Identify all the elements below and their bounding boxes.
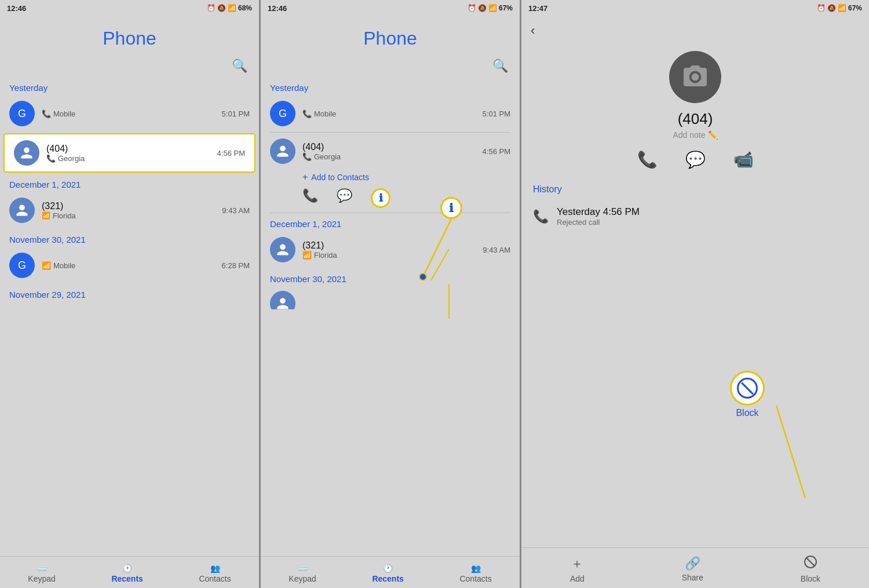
signal-icon-2: 📶 [488,4,497,12]
call-sub-321-2: 📶 Florida [302,251,476,260]
call-name-404-1: (404) [46,144,210,154]
avatar-g-2: G [270,101,295,126]
status-bar-1: 12:46 ⏰ 🔕 📶 68% [0,0,259,16]
add-to-contacts-btn[interactable]: + Add to Contacts [302,172,510,182]
person-icon-321-2 [276,243,290,257]
wifi-icon-g-nov30: 📶 [42,261,51,270]
silent-icon: 🔕 [217,4,226,12]
call-info-321-2: (321) 📶 Florida [302,240,476,260]
panel-1: 12:46 ⏰ 🔕 📶 68% Phone 🔍 Yesterday G 📞 Mo… [0,0,261,588]
avatar-partial-2 [270,291,295,309]
search-row-1: 🔍 [0,55,259,77]
signal-icon-3: 📶 [838,4,846,12]
keypad-label-2: Keypad [289,574,316,583]
info-annotation-bubble[interactable]: ℹ [440,197,462,219]
call-item-g-mobile-1[interactable]: G 📞 Mobile 5:01 PM [0,95,259,132]
nav-add-3[interactable]: ＋ Add [570,555,585,583]
recents-icon-2: 🕐 [383,564,393,573]
call-item-321-2[interactable]: (321) 📶 Florida 9:43 AM [261,231,520,268]
add-to-contacts-label: Add to Contacts [311,173,369,182]
call-item-404-2[interactable]: (404) 📞 Georgia 4:56 PM [261,133,520,170]
avatar-404-2 [270,138,295,164]
signal-icon: 📶 [228,4,236,12]
keypad-icon-2: ⌨️ [298,564,308,573]
call-info-404-2: (404) 📞 Georgia [302,142,476,161]
search-icon-1[interactable]: 🔍 [232,59,247,74]
back-button[interactable]: ‹ [521,16,869,45]
partial-item-2 [261,286,520,309]
call-location-321-2: Florida [314,251,337,260]
info-action-icon-2[interactable]: ℹ [371,188,390,208]
silent-icon-2: 🔕 [478,4,487,12]
contacts-icon-1: 👥 [210,564,220,573]
nav-keypad-2[interactable]: ⌨️ Keypad [289,564,316,583]
call-sub-g-2: 📞 Mobile [302,109,476,118]
history-label: History [521,180,869,199]
nav-block-3[interactable]: Block [801,555,820,583]
call-type-g-1: Mobile [53,109,75,118]
bottom-nav-1: ⌨️ Keypad 🕐 Recents 👥 Contacts [0,556,259,588]
contacts-label-2: Contacts [459,574,491,583]
expanded-section-2: + Add to Contacts 📞 💬 ℹ [261,170,520,213]
avatar-g-1: G [9,101,35,126]
recents-label-1: Recents [111,574,143,583]
call-type-g-nov30-1: Mobile [53,261,75,270]
section-nov30-2: November 30, 2021 [261,268,520,286]
info-line-2 [448,284,450,319]
alarm-icon-2: ⏰ [468,4,476,12]
alarm-icon: ⏰ [207,4,216,12]
call-action-icon-2[interactable]: 📞 [302,188,318,208]
message-action-icon-2[interactable]: 💬 [337,188,352,208]
svg-line-4 [806,558,815,566]
section-dec1-1: December 1, 2021 [0,174,259,192]
app-title-1: Phone [0,16,259,55]
avatar-404-1 [14,140,39,166]
avatar-g-nov30-1: G [9,253,35,278]
call-time-g-1: 5:01 PM [222,109,250,118]
nav-contacts-1[interactable]: 👥 Contacts [199,564,231,583]
recents-label-2: Recents [372,574,403,583]
time-1: 12:46 [7,4,26,13]
call-item-g-nov30-1[interactable]: G 📶 Mobile 6:28 PM [0,247,259,284]
message-contact-icon[interactable]: 💬 [685,150,706,169]
call-item-404-1[interactable]: (404) 📞 Georgia 4:56 PM [3,133,255,173]
nav-keypad-1[interactable]: ⌨️ Keypad [28,564,55,583]
nav-recents-2[interactable]: 🕐 Recents [372,564,403,583]
call-name-404-2: (404) [302,142,476,152]
pencil-icon[interactable]: ✏️ [708,130,718,140]
nav-share-3[interactable]: 🔗 Share [682,556,703,582]
call-contact-icon[interactable]: 📞 [637,150,658,169]
add-label-3: Add [570,574,585,583]
status-bar-2: 12:46 ⏰ 🔕 📶 67% [261,0,520,16]
keypad-label-1: Keypad [28,574,55,583]
contacts-icon-2: 👥 [471,564,481,573]
app-title-2: Phone [261,16,520,55]
block-icon-3 [804,555,817,572]
person-icon-partial-2 [276,297,290,309]
time-3: 12:47 [528,4,547,13]
call-item-321-1[interactable]: (321) 📶 Florida 9:43 AM [0,192,259,229]
info-action-wrap: ℹ [371,188,390,208]
avatar-321-1 [9,198,35,223]
person-icon-404-2 [276,144,290,158]
nav-contacts-2[interactable]: 👥 Contacts [459,564,491,583]
search-icon-2[interactable]: 🔍 [492,59,508,74]
battery-2: 67% [499,4,513,12]
call-time-321-2: 9:43 AM [483,246,510,254]
phone-icon-g-2: 📞 [302,109,312,118]
nav-recents-1[interactable]: 🕐 Recents [111,564,143,583]
call-info-321-1: (321) 📶 Florida [42,201,215,220]
add-note-label: Add note [673,130,705,140]
wifi-icon-321-1: 📶 [42,211,50,220]
info-annotation-letter: ℹ [449,201,454,215]
call-name-321-2: (321) [302,240,476,251]
search-row-2: 🔍 [261,55,520,77]
bottom-nav-2: ⌨️ Keypad 🕐 Recents 👥 Contacts [261,556,520,588]
call-item-g-mobile-2[interactable]: G 📞 Mobile 5:01 PM [261,95,520,132]
call-time-404-2: 4:56 PM [483,147,510,156]
call-sub-404-2: 📞 Georgia [302,152,476,161]
phone-icon-g-1: 📞 [42,109,51,118]
call-sub-404-1: 📞 Georgia [46,154,210,163]
status-bar-3: 12:47 ⏰ 🔕 📶 67% [521,0,869,16]
video-contact-icon[interactable]: 📹 [733,150,754,169]
